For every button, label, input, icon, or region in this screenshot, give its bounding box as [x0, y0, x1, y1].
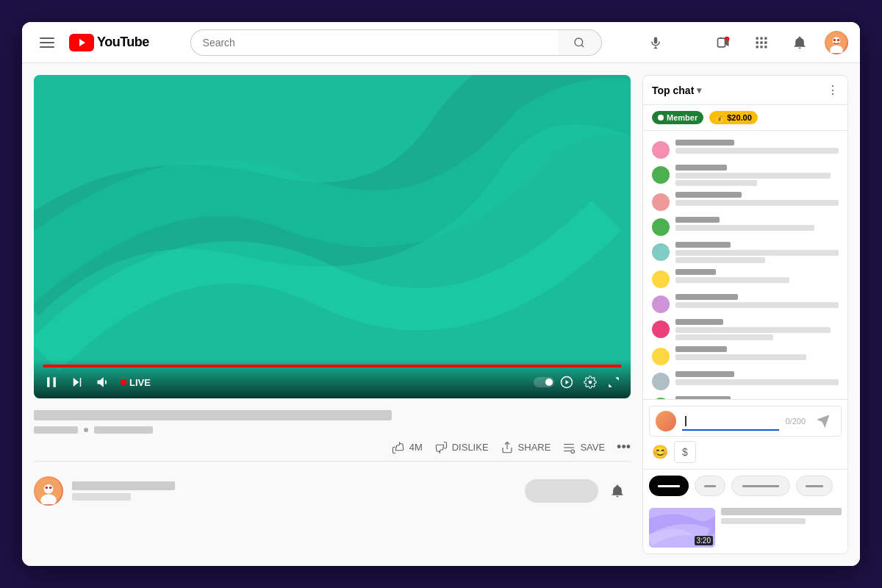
- progress-bar[interactable]: [43, 365, 622, 368]
- cursor-icon: [685, 416, 686, 426]
- dislike-label: DISLIKE: [452, 442, 489, 453]
- chat-user-avatar: [652, 166, 670, 184]
- circle-play-button[interactable]: [559, 374, 575, 390]
- search-button[interactable]: [558, 29, 602, 56]
- channel-row: [34, 473, 631, 506]
- microphone-button[interactable]: [642, 29, 669, 56]
- chat-title-button[interactable]: Top chat ▾: [652, 85, 701, 96]
- notifications-icon: [792, 35, 807, 50]
- chat-message-content: [675, 294, 839, 308]
- settings-button[interactable]: [582, 374, 598, 390]
- superchat-button[interactable]: $: [674, 441, 696, 463]
- chat-text: [675, 354, 806, 360]
- filter-chip-3[interactable]: [731, 476, 790, 496]
- chat-message-content: [675, 165, 839, 186]
- svg-rect-20: [764, 46, 767, 48]
- youtube-logo-icon: [69, 34, 94, 51]
- video-info: 4M DISLIKE SHARE: [34, 407, 631, 465]
- chat-username: [675, 371, 734, 377]
- filter-chip-4[interactable]: [796, 476, 833, 496]
- chat-panel: Top chat ▾ ⋮ Member 💰 $20.00: [642, 75, 848, 554]
- like-button[interactable]: 4M: [392, 441, 423, 454]
- chat-text-2: [675, 180, 757, 186]
- chat-user-avatar: [652, 295, 670, 313]
- chat-username: [675, 192, 742, 198]
- search-icon: [573, 37, 585, 49]
- svg-point-25: [837, 38, 840, 41]
- rec-video-meta: [721, 518, 806, 524]
- chat-text-2: [675, 257, 765, 263]
- video-duration: 3:20: [695, 536, 713, 545]
- chat-username: [675, 294, 738, 300]
- svg-point-46: [49, 487, 52, 490]
- filter-chips: [643, 469, 847, 502]
- more-options-button[interactable]: •••: [617, 440, 631, 455]
- notification-bell-button[interactable]: [604, 478, 631, 504]
- hamburger-menu-button[interactable]: [34, 29, 60, 56]
- svg-point-45: [46, 487, 49, 490]
- emoji-button[interactable]: 😊: [649, 441, 671, 463]
- filter-chip-2[interactable]: [695, 476, 725, 496]
- create-icon: +: [716, 35, 731, 50]
- search-input[interactable]: [190, 29, 558, 56]
- chat-text: [675, 148, 839, 154]
- chat-message-content: [675, 217, 839, 231]
- header: YouTube +: [22, 22, 860, 63]
- svg-rect-18: [756, 46, 758, 48]
- dislike-button[interactable]: DISLIKE: [434, 441, 489, 454]
- svg-rect-19: [760, 46, 762, 48]
- share-button[interactable]: SHARE: [501, 441, 551, 454]
- play-pause-button[interactable]: [43, 373, 60, 391]
- chat-username: [675, 269, 716, 275]
- superchat-amount: $20.00: [727, 113, 752, 122]
- svg-point-43: [44, 484, 54, 494]
- chat-message-content: [675, 346, 839, 360]
- search-container: [190, 29, 602, 56]
- recommended-video[interactable]: 3:20: [649, 508, 842, 548]
- notifications-button[interactable]: [786, 29, 813, 56]
- chat-message: [646, 162, 845, 189]
- circle-play-icon: [560, 376, 573, 389]
- fullscreen-button[interactable]: [606, 374, 622, 390]
- chat-message-content: [675, 319, 839, 340]
- svg-rect-16: [760, 41, 762, 43]
- meta-dot: [84, 428, 88, 432]
- svg-rect-7: [717, 38, 725, 47]
- youtube-logo[interactable]: YouTube: [69, 34, 149, 51]
- chat-user-avatar: [652, 373, 670, 390]
- video-actions: 4M DISLIKE SHARE: [34, 440, 631, 462]
- chat-text: [675, 173, 831, 179]
- chat-message: [646, 343, 845, 368]
- svg-rect-4: [654, 37, 658, 43]
- share-label: SHARE: [518, 442, 551, 453]
- dislike-icon: [434, 441, 448, 454]
- volume-icon: [96, 375, 110, 390]
- send-button[interactable]: [811, 409, 835, 433]
- svg-rect-30: [80, 378, 82, 387]
- create-button[interactable]: +: [710, 29, 736, 56]
- user-avatar[interactable]: [825, 31, 848, 54]
- channel-avatar[interactable]: [34, 476, 63, 506]
- next-button[interactable]: [69, 374, 85, 390]
- rec-video-title: [721, 508, 842, 515]
- live-label: LIVE: [129, 377, 151, 388]
- progress-fill: [43, 365, 622, 368]
- hamburger-icon: [40, 37, 54, 48]
- chat-message: [646, 137, 845, 162]
- save-button[interactable]: SAVE: [562, 441, 605, 454]
- video-info: [721, 508, 842, 548]
- chat-more-button[interactable]: ⋮: [827, 83, 839, 97]
- apps-button[interactable]: [748, 29, 775, 56]
- member-badge: Member: [652, 111, 703, 124]
- chat-user-avatar: [652, 270, 670, 288]
- filter-chip-all[interactable]: [649, 476, 689, 496]
- chat-message: [646, 368, 845, 393]
- channel-avatar-image: [35, 478, 62, 504]
- superchat-icon: 💰: [715, 114, 724, 122]
- volume-button[interactable]: [94, 373, 112, 391]
- apps-icon: [754, 35, 769, 50]
- video-player[interactable]: LIVE: [34, 75, 631, 398]
- svg-rect-15: [756, 41, 758, 43]
- chevron-down-icon: ▾: [697, 85, 701, 96]
- chat-text-input[interactable]: [682, 412, 779, 431]
